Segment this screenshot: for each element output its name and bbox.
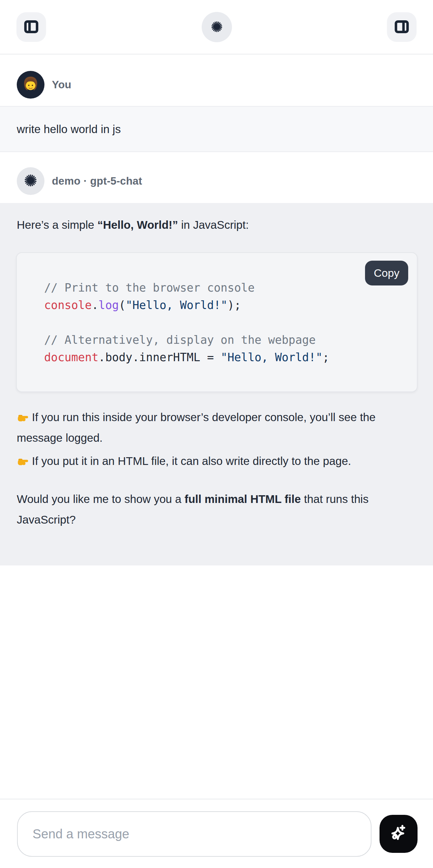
code-token: ( bbox=[119, 299, 126, 312]
code-token: "Hello, World!" bbox=[221, 351, 322, 364]
assistant-message-body: Here’s a simple “Hello, World!” in JavaS… bbox=[0, 203, 433, 565]
copy-code-button[interactable]: Copy bbox=[365, 261, 408, 285]
code-token: // Print to the browser console bbox=[44, 281, 254, 294]
empty-chat-space bbox=[0, 565, 433, 799]
starburst-avatar-icon bbox=[24, 174, 37, 188]
starburst-icon bbox=[211, 21, 223, 34]
panel-left-icon bbox=[23, 18, 40, 36]
tip-text: If you put it in an HTML file, it can al… bbox=[32, 455, 351, 467]
user-message-text: write hello world in js bbox=[17, 123, 121, 136]
assistant-message-header: demo · gpt-5-chat bbox=[0, 152, 433, 203]
message-input[interactable] bbox=[17, 811, 371, 857]
tip-line: If you put it in an HTML file, it can al… bbox=[17, 451, 416, 471]
code-token: ; bbox=[322, 351, 329, 364]
text-run: Would you like me to show you a bbox=[17, 493, 185, 505]
pointing-right-emoji-icon bbox=[17, 451, 29, 471]
bold-text: “Hello, World!” bbox=[97, 218, 178, 231]
code-line: // Alternatively, display on the webpage bbox=[44, 331, 410, 349]
assistant-author-label: demo · gpt-5-chat bbox=[52, 175, 142, 187]
code-line: console.log("Hello, World!"); bbox=[44, 297, 410, 314]
assistant-intro-paragraph: Here’s a simple “Hello, World!” in JavaS… bbox=[17, 215, 416, 235]
assistant-tips: If you run this inside your browser’s de… bbox=[17, 407, 416, 471]
code-content: // Print to the browser consoleconsole.l… bbox=[17, 253, 417, 366]
pointing-right-emoji-icon bbox=[17, 407, 29, 428]
person-emoji-icon bbox=[21, 74, 40, 95]
sidebar-toggle-button[interactable] bbox=[17, 12, 46, 42]
assistant-avatar bbox=[17, 167, 44, 195]
code-block: Copy // Print to the browser consolecons… bbox=[16, 252, 417, 392]
user-author-label: You bbox=[52, 79, 71, 91]
code-token: ); bbox=[227, 299, 241, 312]
sparkle-icon bbox=[386, 822, 410, 846]
panel-right-icon bbox=[393, 18, 410, 36]
code-token: .body.innerHTML = bbox=[99, 351, 221, 364]
code-line: // Print to the browser console bbox=[44, 279, 410, 297]
app-logo-button[interactable] bbox=[202, 12, 232, 42]
user-message-header: You bbox=[0, 55, 433, 106]
code-line: document.body.innerHTML = "Hello, World!… bbox=[44, 349, 410, 366]
code-token: document bbox=[44, 351, 99, 364]
tip-line: If you run this inside your browser’s de… bbox=[17, 407, 416, 448]
code-token: console bbox=[44, 299, 92, 312]
code-token: "Hello, World!" bbox=[126, 299, 227, 312]
code-line bbox=[44, 314, 410, 331]
user-message-bubble: write hello world in js bbox=[0, 106, 433, 152]
text-run: Here’s a simple bbox=[17, 218, 97, 231]
top-bar bbox=[0, 0, 433, 55]
code-token: . bbox=[92, 299, 99, 312]
text-run: in JavaScript: bbox=[178, 218, 249, 231]
assistant-closing-paragraph: Would you like me to show you a full min… bbox=[17, 489, 416, 530]
user-avatar bbox=[17, 71, 44, 99]
composer-bar bbox=[0, 799, 433, 868]
right-panel-toggle-button[interactable] bbox=[387, 12, 416, 42]
code-token: log bbox=[99, 299, 119, 312]
bold-text: full minimal HTML file bbox=[185, 493, 301, 505]
send-button[interactable] bbox=[379, 815, 417, 853]
tip-text: If you run this inside your browser’s de… bbox=[17, 411, 376, 444]
code-token: // Alternatively, display on the webpage bbox=[44, 334, 316, 346]
